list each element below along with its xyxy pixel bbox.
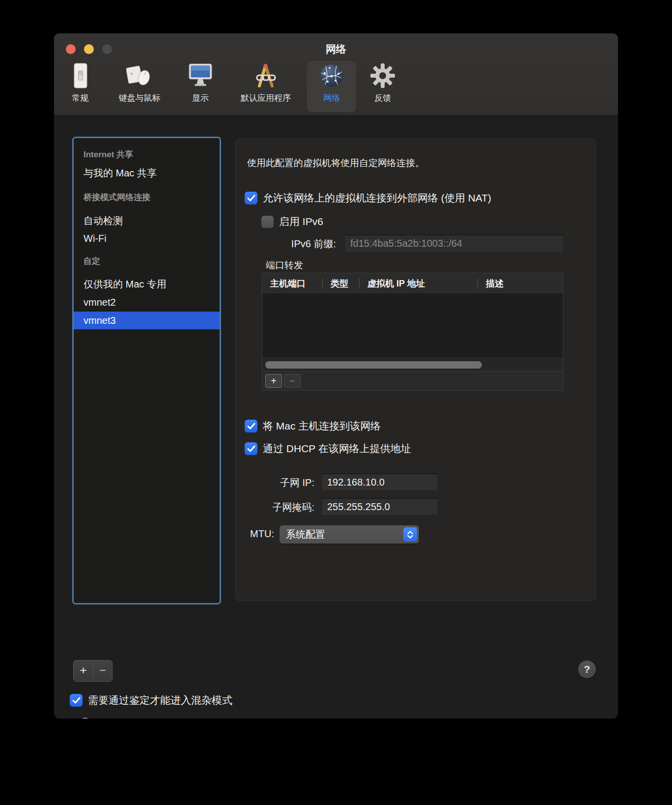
default-apps-icon — [252, 61, 279, 90]
mtu-popup[interactable]: 系统配置 — [280, 525, 419, 544]
mtu-popup-value: 系统配置 — [286, 528, 401, 541]
connect-host-checkbox-label: 将 Mac 主机连接到该网络 — [263, 419, 381, 433]
port-forwarding-header: 主机端口 类型 虚拟机 IP 地址 描述 — [262, 273, 563, 294]
toolbar-item-feedback[interactable]: 反馈 — [365, 61, 400, 112]
toolbar-label: 网络 — [323, 92, 340, 104]
dhcp-checkbox-label: 通过 DHCP 在该网络上提供地址 — [263, 442, 411, 456]
toolbar-label: 默认应用程序 — [241, 92, 291, 104]
toolbar-label: 常规 — [72, 92, 88, 104]
subnet-mask-input[interactable] — [321, 498, 438, 516]
scrollbar-thumb[interactable] — [265, 361, 482, 369]
mtu-label: MTU: — [236, 528, 274, 540]
remove-port-forward-button[interactable]: − — [284, 374, 301, 388]
toolbar-item-general[interactable]: 常规 — [63, 61, 97, 112]
sidebar-item-vmnet3[interactable]: vmnet3 — [74, 312, 220, 329]
toolbar-item-display[interactable]: 显示 — [183, 61, 218, 112]
display-icon — [187, 61, 214, 90]
port-forwarding-rows-empty — [262, 294, 563, 358]
sidebar-item-vmnet2[interactable]: vmnet2 — [74, 293, 220, 311]
subnet-mask-label: 子网掩码: — [236, 501, 314, 514]
toolbar-item-default-apps[interactable]: 默认应用程序 — [229, 61, 303, 112]
port-forwarding-table: 主机端口 类型 虚拟机 IP 地址 描述 + − — [262, 273, 563, 391]
sidebar-section-bridged: 桥接模式网络连接 — [74, 189, 220, 206]
subnet-ip-input[interactable] — [321, 473, 438, 491]
port-forwarding-footer: + − — [262, 371, 563, 390]
open-lock-icon — [72, 714, 99, 719]
toolbar-label: 键盘与鼠标 — [119, 92, 161, 104]
sidebar-section-custom: 自定 — [74, 253, 220, 270]
toolbar-item-network[interactable]: 网络 — [307, 61, 356, 112]
desktop: 网络 常规 × — [0, 0, 672, 805]
ipv6-prefix-input[interactable] — [344, 234, 564, 253]
unlock-button[interactable] — [72, 714, 99, 719]
sidebar-item-private-to-mac[interactable]: 仅供我的 Mac 专用 — [74, 275, 220, 293]
nat-checkbox-label: 允许该网络上的虚拟机连接到外部网络 (使用 NAT) — [263, 191, 491, 205]
network-settings-panel: 使用此配置的虚拟机将使用自定网络连接。 允许该网络上的虚拟机连接到外部网络 (使… — [235, 139, 596, 601]
network-globe-icon — [318, 61, 345, 90]
network-add-remove-group: + − — [73, 660, 112, 682]
window-title: 网络 — [54, 42, 618, 56]
remove-network-button[interactable]: − — [93, 661, 112, 681]
add-network-button[interactable]: + — [74, 661, 93, 681]
sidebar-item-wifi[interactable]: Wi-Fi — [74, 230, 220, 247]
content-area: Internet 共享 与我的 Mac 共享 桥接模式网络连接 自动检测 Wi-… — [54, 116, 618, 719]
keyboard-mouse-icon: × — [126, 61, 153, 90]
ipv6-checkbox-row: 启用 IPv6 — [261, 215, 323, 229]
promiscuous-checkbox[interactable] — [70, 694, 83, 707]
add-port-forward-button[interactable]: + — [265, 374, 282, 388]
column-host-port: 主机端口 — [262, 278, 322, 289]
ipv6-prefix-label: IPv6 前缀: — [236, 237, 336, 251]
feedback-gear-icon — [369, 61, 396, 90]
connect-host-checkbox-row: 将 Mac 主机连接到该网络 — [245, 419, 381, 433]
sidebar-item-autodetect[interactable]: 自动检测 — [74, 212, 220, 230]
light-switch-icon — [68, 61, 92, 90]
column-description: 描述 — [478, 278, 563, 289]
toolbar-label: 反馈 — [374, 92, 391, 104]
titlebar-toolbar: 网络 常规 × — [54, 33, 618, 116]
ipv6-checkbox-label: 启用 IPv6 — [279, 215, 323, 229]
promiscuous-checkbox-label: 需要通过鉴定才能进入混杂模式 — [88, 693, 232, 707]
column-type: 类型 — [323, 278, 359, 289]
toolbar-item-keyboard-mouse[interactable]: × 键盘与鼠标 — [108, 61, 171, 112]
dhcp-checkbox-row: 通过 DHCP 在该网络上提供地址 — [245, 442, 411, 456]
preferences-window: 网络 常规 × — [54, 33, 618, 719]
promiscuous-checkbox-row: 需要通过鉴定才能进入混杂模式 — [70, 693, 232, 707]
help-button[interactable]: ? — [578, 661, 596, 678]
sidebar-section-internet-sharing: Internet 共享 — [74, 146, 220, 164]
port-forwarding-title: 端口转发 — [266, 259, 303, 272]
toolbar-label: 显示 — [192, 92, 209, 104]
nat-checkbox-row: 允许该网络上的虚拟机连接到外部网络 (使用 NAT) — [245, 191, 491, 205]
nat-checkbox[interactable] — [245, 192, 257, 204]
horizontal-scrollbar — [262, 358, 563, 371]
popup-stepper-icon — [403, 527, 417, 542]
connect-host-checkbox[interactable] — [245, 420, 257, 432]
panel-description: 使用此配置的虚拟机将使用自定网络连接。 — [247, 157, 424, 170]
sidebar-item-share-with-mac[interactable]: 与我的 Mac 共享 — [74, 164, 220, 182]
column-vm-ip: 虚拟机 IP 地址 — [360, 278, 477, 289]
network-list: Internet 共享 与我的 Mac 共享 桥接模式网络连接 自动检测 Wi-… — [72, 137, 221, 604]
dhcp-checkbox[interactable] — [245, 442, 257, 455]
subnet-ip-label: 子网 IP: — [236, 476, 314, 489]
ipv6-checkbox[interactable] — [261, 216, 274, 228]
